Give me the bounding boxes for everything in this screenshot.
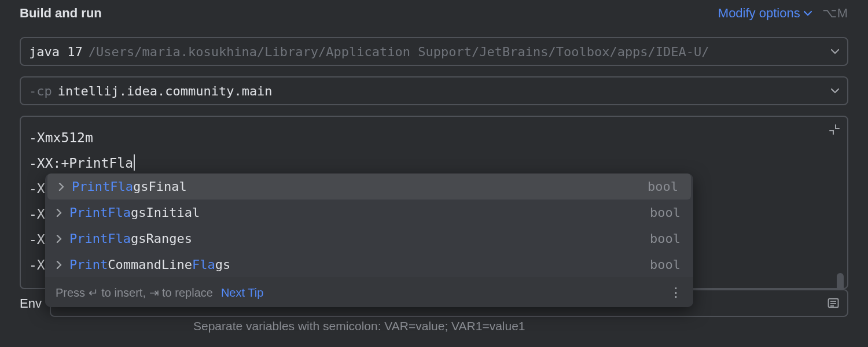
completion-footer-hint: Press ↵ to insert, ⇥ to replace — [56, 286, 213, 300]
chevron-right-icon — [56, 209, 64, 217]
chevron-down-icon — [831, 88, 839, 94]
completion-item-label: PrintFlagsFinal — [72, 179, 187, 194]
modify-options-label: Modify options — [718, 6, 800, 21]
completion-item-label: PrintFlagsInitial — [69, 205, 200, 220]
completion-item-type: bool — [650, 231, 681, 246]
completion-item[interactable]: PrintCommandLineFlags bool — [45, 252, 693, 278]
completion-item[interactable]: PrintFlagsInitial bool — [45, 200, 693, 226]
completion-item[interactable]: PrintFlagsRanges bool — [45, 226, 693, 252]
classpath-selector[interactable]: -cp intellij.idea.community.main — [20, 76, 848, 105]
vm-option-line: -Xmx512m — [29, 125, 839, 150]
section-title: Build and run — [20, 6, 102, 21]
jdk-version-label: java 17 — [29, 45, 83, 59]
text-caret — [134, 154, 135, 171]
completion-popup: PrintFlagsFinal bool PrintFlagsInitial b… — [45, 174, 693, 307]
next-tip-link[interactable]: Next Tip — [221, 286, 263, 300]
completion-item-type: bool — [650, 205, 681, 220]
completion-item-label: PrintCommandLineFlags — [69, 257, 230, 272]
more-menu-icon[interactable]: ⋮ — [670, 285, 683, 300]
completion-item-label: PrintFlagsRanges — [69, 231, 192, 246]
chevron-down-icon — [831, 49, 839, 54]
chevron-down-icon — [804, 10, 812, 16]
completion-item-type: bool — [648, 179, 678, 194]
classpath-flag: -cp — [29, 84, 52, 98]
browse-icon[interactable] — [827, 298, 839, 308]
chevron-right-icon — [58, 183, 66, 191]
env-vars-help-text: Separate variables with semicolon: VAR=v… — [193, 319, 848, 333]
completion-item[interactable]: PrintFlagsFinal bool — [47, 174, 691, 200]
completion-item-type: bool — [650, 257, 681, 272]
modify-options-link[interactable]: Modify options — [718, 6, 812, 21]
collapse-icon[interactable] — [829, 124, 840, 135]
shortcut-hint: ⌥M — [822, 6, 848, 21]
chevron-right-icon — [56, 235, 64, 243]
jdk-selector[interactable]: java 17 /Users/maria.kosukhina/Library/A… — [20, 37, 848, 66]
vm-option-line: -XX:+PrintFla — [29, 150, 839, 176]
chevron-right-icon — [56, 261, 64, 269]
jdk-path-label: /Users/maria.kosukhina/Library/Applicati… — [89, 45, 709, 59]
classpath-value: intellij.idea.community.main — [58, 84, 273, 98]
